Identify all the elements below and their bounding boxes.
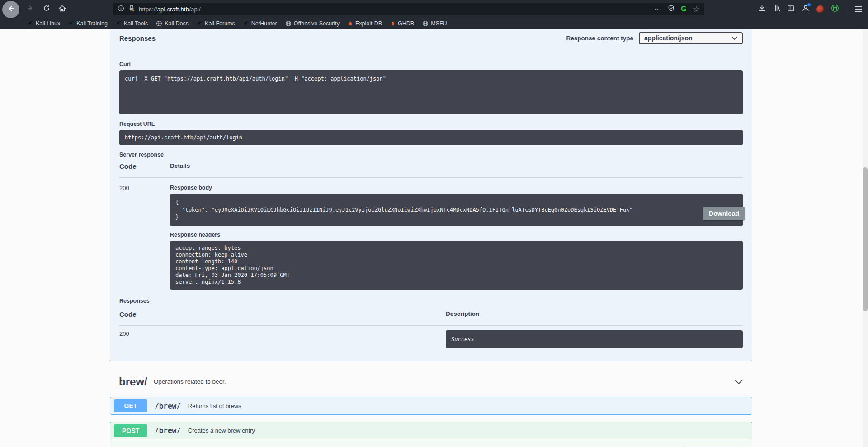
post-brew-path: /brew/: [155, 426, 181, 435]
response-content-type-select[interactable]: application/json: [639, 32, 743, 44]
back-button[interactable]: [2, 1, 19, 18]
forward-icon: [27, 5, 34, 14]
flame-icon: [348, 20, 353, 27]
scrollbar-track[interactable]: [863, 29, 868, 447]
page-actions-icon[interactable]: ⋯: [654, 5, 661, 13]
responses-table-row: 200 Success: [119, 326, 743, 348]
kali-dragon-icon: [197, 20, 203, 26]
bookmark-kali-forums[interactable]: Kali Forums: [193, 18, 239, 29]
get-method-badge: GET: [114, 399, 147, 412]
bookmarks-bar: Kali Linux Kali Training Kali Tools Kali…: [0, 18, 868, 29]
brew-section-title: brew/: [119, 376, 147, 388]
account-icon[interactable]: [802, 4, 810, 14]
responses-section-title: Responses: [119, 34, 156, 42]
status-code-2: 200: [119, 330, 446, 337]
bookmark-star-icon[interactable]: ☆: [693, 5, 700, 13]
flame-icon: [390, 20, 396, 27]
download-button[interactable]: Download: [703, 207, 745, 220]
tracking-shield-icon[interactable]: [668, 5, 675, 14]
chevron-down-icon: [734, 379, 743, 385]
code-column-header-2: Code: [119, 310, 446, 318]
request-url-value: https://api.craft.htb/api/auth/login: [119, 130, 743, 145]
swagger-page: Responses Response content type applicat…: [0, 29, 868, 447]
response-headers-label: Response headers: [170, 232, 743, 238]
get-brew-path: /brew/: [155, 402, 181, 410]
bookmark-nethunter[interactable]: NetHunter: [239, 18, 281, 29]
description-column-header: Description: [446, 310, 743, 318]
response-description-box: Success: [446, 330, 743, 348]
bookmark-kali-training[interactable]: Kali Training: [64, 18, 112, 29]
bookmark-kali-tools[interactable]: Kali Tools: [112, 18, 152, 29]
home-button[interactable]: [55, 2, 69, 16]
brew-section-subtitle: Operations related to beer.: [154, 378, 226, 385]
response-body-block: { "token": "eyJ0eXAiOiJKV1QiLCJhbGciOiJI…: [170, 194, 743, 226]
bookmark-offensive-security[interactable]: Offensive Security: [281, 18, 344, 29]
bookmark-exploit-db[interactable]: Exploit-DB: [344, 18, 386, 29]
addon-m-icon[interactable]: [831, 4, 839, 14]
addon-red-icon[interactable]: [816, 5, 824, 13]
site-info-icon[interactable]: [118, 5, 124, 14]
kali-dragon-icon: [68, 20, 74, 26]
response-body-label: Response body: [170, 185, 743, 191]
back-icon: [7, 5, 15, 14]
bookmark-kali-linux[interactable]: Kali Linux: [24, 18, 64, 29]
browser-toolbar: https://api.craft.htb/api/ ⋯ G ☆: [0, 0, 868, 18]
post-brew-summary: Creates a new brew entry: [188, 427, 255, 434]
library-icon[interactable]: [773, 5, 780, 14]
get-brew-summary: Returns list of brews: [188, 403, 241, 409]
download-icon[interactable]: [758, 5, 766, 14]
lock-warning-icon[interactable]: [128, 5, 135, 14]
code-column-header: Code: [119, 162, 170, 170]
details-column-header: Details: [170, 162, 743, 170]
post-method-badge: POST: [114, 424, 147, 437]
curl-command-block[interactable]: curl -X GET "https://api.craft.htb/api/a…: [119, 70, 743, 114]
scrollbar-thumb[interactable]: [863, 167, 868, 311]
get-brew-opblock[interactable]: GET /brew/ Returns list of brews: [110, 397, 752, 415]
chevron-down-icon: [731, 36, 737, 40]
toolbar-separator: [847, 4, 847, 14]
globe-icon: [422, 20, 429, 27]
response-body-json: { "token": "eyJ0eXAiOiJKV1QiLCJhbGciOiJI…: [175, 199, 737, 221]
account-badge: [807, 3, 811, 6]
url-bar[interactable]: https://api.craft.htb/api/ ⋯ G ☆: [113, 3, 704, 15]
bookmark-msfu[interactable]: MSFU: [418, 18, 451, 29]
response-headers-block: accept-ranges: bytes connection: keep-al…: [170, 241, 743, 290]
kali-dragon-icon: [116, 20, 122, 26]
brew-section-header[interactable]: brew/ Operations related to beer.: [110, 371, 752, 392]
post-brew-opblock: POST /brew/ Creates a new brew entry Par…: [110, 422, 752, 447]
response-headers-text: accept-ranges: bytes connection: keep-al…: [175, 245, 737, 285]
globe-icon: [156, 20, 162, 27]
menu-icon[interactable]: [855, 6, 862, 12]
server-response-row: 200 Response body { "token": "eyJ0eXAiOi…: [119, 178, 743, 290]
status-code: 200: [119, 185, 170, 290]
bookmark-kali-docs[interactable]: Kali Docs: [152, 18, 193, 29]
globe-icon: [285, 20, 292, 27]
curl-label: Curl: [119, 61, 743, 67]
reload-icon: [43, 5, 50, 14]
greasemonkey-icon[interactable]: G: [681, 5, 686, 13]
responses-table-label: Responses: [119, 298, 743, 304]
server-response-label: Server response: [119, 152, 743, 158]
home-icon: [58, 5, 66, 14]
kali-dragon-icon: [243, 20, 249, 26]
post-brew-summary-row[interactable]: POST /brew/ Creates a new brew entry: [110, 422, 752, 439]
url-text: https://api.craft.htb/api/: [139, 6, 201, 13]
kali-dragon-icon: [28, 20, 33, 26]
reload-button[interactable]: [40, 2, 53, 16]
response-content-type-label: Response content type: [566, 35, 633, 42]
request-url-label: Request URL: [119, 121, 743, 127]
bookmark-ghdb[interactable]: GHDB: [386, 18, 418, 29]
auth-login-opblock: Responses Response content type applicat…: [110, 29, 752, 361]
forward-button[interactable]: [24, 2, 37, 16]
sidebar-icon[interactable]: [787, 5, 795, 14]
